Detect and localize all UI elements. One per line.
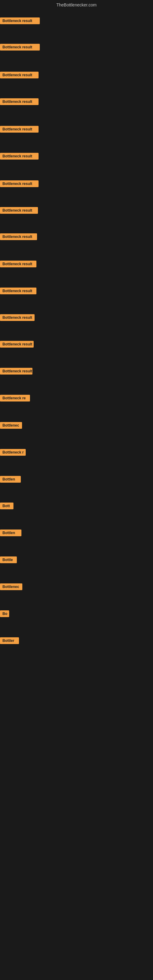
bottleneck-result-item[interactable]: Bottleneck result bbox=[0, 98, 38, 105]
bottleneck-result-item[interactable]: Bottleneck result bbox=[0, 153, 38, 159]
bottleneck-result-item[interactable]: Bottleneck result bbox=[0, 368, 32, 375]
bottleneck-result-item[interactable]: Bottlenec bbox=[0, 422, 22, 429]
bottleneck-result-item[interactable]: Bottlen bbox=[0, 476, 21, 483]
bottleneck-result-item[interactable]: Bottleneck r bbox=[0, 449, 26, 456]
bottleneck-result-item[interactable]: Bott bbox=[0, 503, 13, 509]
bottleneck-result-item[interactable]: Bottleneck result bbox=[0, 341, 33, 348]
site-title: TheBottlenecker.com bbox=[0, 0, 153, 9]
bottleneck-result-item[interactable]: Bottlenec bbox=[0, 584, 22, 590]
bottleneck-result-item[interactable]: Bottleneck result bbox=[0, 180, 38, 187]
bottleneck-result-item[interactable]: Bottleneck result bbox=[0, 288, 37, 294]
bottleneck-result-item[interactable]: Bottleneck result bbox=[0, 207, 38, 214]
bottleneck-result-item[interactable]: Bottleneck result bbox=[0, 72, 38, 78]
bottleneck-result-item[interactable]: Bottlen bbox=[0, 530, 21, 536]
bottleneck-result-item[interactable]: Bottle bbox=[0, 557, 17, 563]
bottleneck-result-item[interactable]: Bottleneck result bbox=[0, 233, 37, 240]
bottleneck-result-item[interactable]: Bottleneck result bbox=[0, 261, 37, 267]
bottleneck-result-item[interactable]: Bottler bbox=[0, 637, 19, 644]
bottleneck-result-item[interactable]: Bottleneck result bbox=[0, 126, 38, 133]
bottleneck-result-item[interactable]: Bottleneck result bbox=[0, 314, 35, 321]
bottleneck-result-item[interactable]: Bottleneck result bbox=[0, 18, 40, 24]
bottleneck-result-item[interactable]: Bottleneck re bbox=[0, 395, 30, 401]
bottleneck-result-item[interactable]: Bottleneck result bbox=[0, 44, 40, 51]
bottleneck-result-item[interactable]: Bo bbox=[0, 610, 9, 617]
